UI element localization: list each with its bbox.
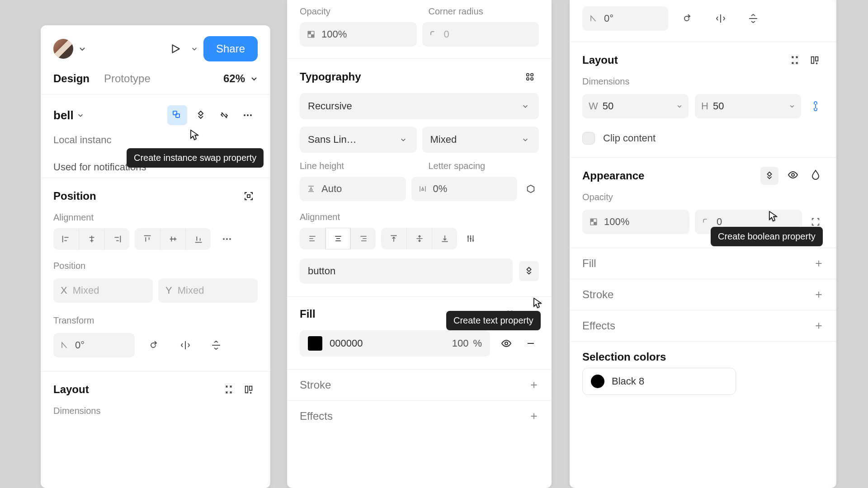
create-boolean-property-icon[interactable] xyxy=(760,167,778,185)
effects-section-title: Effects xyxy=(300,410,333,422)
more-icon[interactable] xyxy=(238,105,258,125)
svg-point-19 xyxy=(511,311,513,313)
y-field[interactable]: Y Mixed xyxy=(158,278,258,303)
fill-styles-icon[interactable] xyxy=(502,306,518,322)
chevron-down-icon xyxy=(677,103,682,109)
tab-prototype[interactable]: Prototype xyxy=(104,72,151,85)
align-left-icon[interactable] xyxy=(53,228,79,250)
opacity-field[interactable]: 100% xyxy=(300,22,417,47)
text-align-right-icon[interactable] xyxy=(350,228,376,249)
letter-spacing-field[interactable]: 0% xyxy=(411,177,518,201)
corner-field[interactable]: 0 xyxy=(422,22,539,47)
text-align-center-icon[interactable] xyxy=(325,228,350,249)
scan-icon[interactable] xyxy=(240,187,258,205)
font-size-select[interactable]: Mixed xyxy=(422,127,539,153)
rotation-field[interactable]: 0° xyxy=(53,333,135,357)
chevron-down-icon[interactable] xyxy=(77,112,84,118)
text-align-left-icon[interactable] xyxy=(300,228,325,249)
create-text-property-icon[interactable] xyxy=(519,261,539,281)
visibility-icon[interactable] xyxy=(785,167,801,183)
text-align-middle-icon[interactable] xyxy=(406,228,432,249)
transform-label: Transform xyxy=(41,312,270,329)
flip-vertical-icon[interactable] xyxy=(206,335,226,355)
typography-styles-icon[interactable] xyxy=(521,68,539,86)
font-style-select[interactable]: Sans Lin… xyxy=(300,127,417,153)
align-hcenter-icon[interactable] xyxy=(79,228,104,250)
rotate-icon[interactable] xyxy=(678,9,698,28)
flip-horizontal-icon[interactable] xyxy=(711,9,731,28)
w-value: 50 xyxy=(603,100,613,112)
text-align-bottom-icon[interactable] xyxy=(432,228,457,249)
clip-content-checkbox[interactable] xyxy=(582,132,595,145)
autolayout-icon[interactable] xyxy=(806,51,824,69)
add-stroke-icon[interactable] xyxy=(529,380,539,390)
add-fill-icon[interactable] xyxy=(523,306,539,322)
line-height-field[interactable]: Auto xyxy=(300,177,406,201)
avatar[interactable] xyxy=(53,39,73,59)
font-family-select[interactable]: Recursive xyxy=(300,93,539,119)
chevron-down-icon xyxy=(398,134,409,145)
flip-horizontal-icon[interactable] xyxy=(175,335,195,355)
corner-field[interactable]: 0 xyxy=(695,210,802,234)
flip-vertical-icon[interactable] xyxy=(743,9,763,28)
play-icon[interactable] xyxy=(165,39,185,59)
add-effect-icon[interactable] xyxy=(529,411,539,421)
letter-spacing-value: 0% xyxy=(433,183,448,195)
selection-color-label: Black 8 xyxy=(612,375,644,387)
position-label: Position xyxy=(41,257,270,275)
visibility-icon[interactable] xyxy=(498,335,514,352)
align-vcenter-icon[interactable] xyxy=(160,228,185,250)
text-align-top-icon[interactable] xyxy=(381,228,406,249)
typography-section-title: Typography xyxy=(300,70,361,83)
more-alignment-icon[interactable] xyxy=(216,228,238,250)
fill-color-field[interactable]: 000000 100 % xyxy=(300,330,490,357)
scrollbar[interactable] xyxy=(266,25,270,488)
link-dimensions-icon[interactable] xyxy=(807,98,824,114)
blend-mode-icon[interactable] xyxy=(807,167,824,183)
corner-radius-label: Corner radius xyxy=(429,6,539,17)
fill-swatch[interactable] xyxy=(308,336,322,351)
collapse-icon[interactable] xyxy=(220,380,238,399)
selection-color-item[interactable]: Black 8 xyxy=(582,368,736,395)
corner-value: 0 xyxy=(444,28,449,40)
text-content-field[interactable]: button xyxy=(300,258,513,284)
align-bottom-icon[interactable] xyxy=(185,228,211,250)
instance-swap-icon[interactable] xyxy=(191,105,211,125)
svg-rect-23 xyxy=(811,57,814,64)
corner-options-icon[interactable] xyxy=(807,214,824,230)
svg-rect-9 xyxy=(245,386,248,393)
scrollbar[interactable] xyxy=(832,0,836,488)
avatar-chevron-icon[interactable] xyxy=(77,43,88,54)
type-settings-icon[interactable] xyxy=(462,230,479,247)
rotation-field[interactable]: 0° xyxy=(582,6,668,31)
opacity-field[interactable]: 100% xyxy=(582,210,689,234)
align-right-icon[interactable] xyxy=(104,228,129,250)
add-effect-icon[interactable] xyxy=(814,321,824,331)
component-icon[interactable] xyxy=(167,105,187,125)
remove-fill-icon[interactable] xyxy=(523,335,539,352)
svg-point-20 xyxy=(507,315,509,317)
color-swatch-icon xyxy=(591,375,604,388)
x-field[interactable]: X Mixed xyxy=(53,278,153,303)
play-chevron-icon[interactable] xyxy=(189,43,200,54)
y-prefix: Y xyxy=(165,285,172,296)
share-button[interactable]: Share xyxy=(203,36,258,61)
element-name[interactable]: bell xyxy=(53,108,74,122)
detach-icon[interactable] xyxy=(214,105,234,125)
variable-icon[interactable] xyxy=(523,181,539,197)
fill-section-title: Fill xyxy=(300,308,316,320)
height-field[interactable]: H 50 xyxy=(695,94,801,118)
w-prefix: W xyxy=(589,100,598,112)
add-fill-icon[interactable] xyxy=(814,258,824,268)
autolayout-icon[interactable] xyxy=(240,380,258,399)
font-style-value: Sans Lin… xyxy=(308,134,357,145)
width-field[interactable]: W 50 xyxy=(582,94,689,118)
tab-design[interactable]: Design xyxy=(53,72,90,85)
collapse-icon[interactable] xyxy=(786,51,804,69)
align-top-icon[interactable] xyxy=(135,228,160,250)
svg-point-16 xyxy=(527,78,529,80)
rotate-icon[interactable] xyxy=(145,335,165,355)
zoom-display[interactable]: 62% xyxy=(223,72,258,85)
opacity-icon xyxy=(589,217,599,227)
add-stroke-icon[interactable] xyxy=(814,290,824,300)
